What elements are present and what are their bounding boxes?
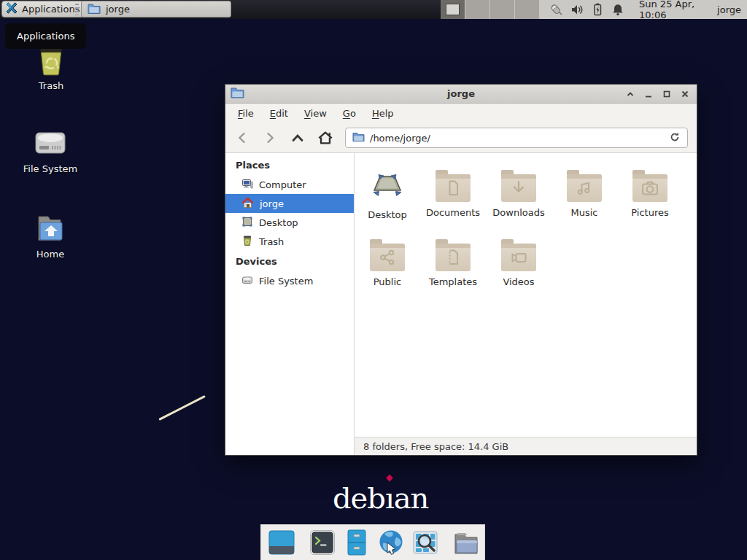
sidebar-item-label: File System bbox=[259, 276, 313, 287]
applications-tooltip: Applications bbox=[5, 23, 86, 49]
terminal-icon[interactable] bbox=[309, 528, 336, 557]
menu-file[interactable]: File bbox=[238, 108, 254, 119]
maximize-button[interactable] bbox=[660, 88, 673, 101]
file-item-label: Desktop bbox=[368, 209, 407, 220]
shade-button[interactable] bbox=[624, 88, 637, 101]
workspace-1[interactable] bbox=[441, 0, 465, 19]
taskbar-window-button[interactable]: jorge bbox=[81, 1, 231, 18]
folder-icon bbox=[436, 244, 471, 271]
workspace-3[interactable] bbox=[490, 0, 515, 19]
menu-go[interactable]: Go bbox=[343, 108, 356, 119]
xfce-applications-icon bbox=[5, 1, 18, 17]
sidebar-item-label: Trash bbox=[259, 236, 284, 247]
sidebar-item-file-system[interactable]: File System bbox=[225, 271, 354, 290]
file-item-label: Pictures bbox=[631, 207, 668, 218]
path-text[interactable]: /home/jorge/ bbox=[370, 133, 664, 144]
file-item-templates[interactable]: Templates bbox=[420, 230, 486, 299]
window-titlebar[interactable]: jorge bbox=[225, 85, 697, 104]
top-panel: Applications jorge bbox=[0, 0, 747, 19]
file-item-desktop[interactable]: Desktop bbox=[355, 160, 420, 230]
desktop-icon-file-system[interactable]: File System bbox=[15, 127, 85, 174]
menu-view[interactable]: View bbox=[304, 108, 327, 119]
mouse-icon[interactable] bbox=[549, 2, 563, 17]
sidebar-item-trash[interactable]: Trash bbox=[225, 232, 354, 251]
show-desktop-icon[interactable] bbox=[268, 528, 295, 557]
drive-icon bbox=[241, 274, 253, 288]
desktop-icon-label: Home bbox=[36, 249, 64, 260]
document-glyph-icon bbox=[443, 178, 463, 198]
volume-icon[interactable] bbox=[570, 2, 584, 17]
video-camera-glyph-icon bbox=[508, 247, 529, 268]
desktop-icon-trash[interactable]: Trash bbox=[16, 42, 86, 91]
up-button[interactable] bbox=[290, 130, 306, 146]
desktop-icon-label: Trash bbox=[39, 80, 63, 91]
applications-menu-button[interactable]: Applications bbox=[1, 1, 87, 18]
places-header: Places bbox=[225, 155, 354, 175]
folder-icon bbox=[501, 174, 536, 202]
taskbar-window-label: jorge bbox=[106, 4, 130, 15]
file-cabinet-icon[interactable] bbox=[343, 528, 371, 557]
file-item-label: Public bbox=[374, 276, 401, 287]
trash-icon bbox=[241, 235, 253, 249]
tooltip-text: Applications bbox=[17, 31, 74, 42]
file-view: Desktop Documents bbox=[355, 153, 697, 455]
file-item-public[interactable]: Public bbox=[355, 230, 420, 299]
clock[interactable]: Sun 25 Apr, 10:06 bbox=[639, 0, 699, 20]
music-notes-glyph-icon bbox=[574, 178, 595, 198]
folder-icon bbox=[88, 3, 101, 16]
file-manager-window: jorge File Edit View Go Help bbox=[225, 84, 697, 456]
debian-red-diamond bbox=[386, 475, 393, 482]
desktop-icon-label: File System bbox=[23, 163, 77, 174]
hard-drive-icon bbox=[33, 127, 68, 161]
toolbar: /home/jorge/ bbox=[225, 123, 697, 153]
forward-button[interactable] bbox=[262, 130, 278, 146]
desktop-icon-home[interactable]: Home bbox=[15, 212, 85, 260]
back-button[interactable] bbox=[234, 130, 250, 146]
home-folder-icon bbox=[33, 212, 68, 246]
workspace-4[interactable] bbox=[515, 0, 540, 19]
file-item-pictures[interactable]: Pictures bbox=[617, 160, 683, 230]
workspace-2[interactable] bbox=[465, 0, 490, 19]
workspace-switcher[interactable] bbox=[441, 0, 540, 19]
status-text: 8 folders, Free space: 14.4 GiB bbox=[363, 441, 508, 452]
menu-edit[interactable]: Edit bbox=[270, 108, 288, 119]
minimize-button[interactable] bbox=[642, 88, 655, 101]
down-arrow-glyph-icon bbox=[508, 178, 529, 198]
sidebar-item-jorge[interactable]: jorge bbox=[225, 194, 354, 213]
camera-glyph-icon bbox=[640, 178, 660, 198]
file-item-label: Documents bbox=[426, 207, 480, 218]
bottom-dock bbox=[260, 524, 485, 560]
computer-icon bbox=[241, 178, 253, 192]
status-bar: 8 folders, Free space: 14.4 GiB bbox=[355, 437, 697, 455]
file-item-documents[interactable]: Documents bbox=[420, 160, 486, 230]
home-button[interactable] bbox=[317, 130, 333, 146]
panel-handle[interactable] bbox=[75, 4, 79, 15]
workspace-window-preview bbox=[446, 4, 460, 15]
battery-charging-icon[interactable] bbox=[591, 2, 604, 17]
notifications-bell-icon[interactable] bbox=[611, 2, 625, 17]
file-item-label: Templates bbox=[429, 276, 477, 287]
share-glyph-icon bbox=[377, 247, 398, 268]
file-item-label: Downloads bbox=[492, 207, 544, 218]
menubar: File Edit View Go Help bbox=[225, 104, 697, 123]
folder-icon[interactable] bbox=[452, 528, 480, 557]
username-label[interactable]: jorge bbox=[717, 4, 741, 15]
reload-icon[interactable] bbox=[669, 131, 681, 145]
file-item-music[interactable]: Music bbox=[551, 160, 617, 230]
file-item-downloads[interactable]: Downloads bbox=[486, 160, 551, 230]
menu-help[interactable]: Help bbox=[372, 108, 394, 119]
folder-icon bbox=[567, 174, 602, 202]
sidebar-item-desktop[interactable]: Desktop bbox=[225, 213, 354, 232]
debian-wordmark: debıan bbox=[333, 481, 428, 515]
close-button[interactable] bbox=[678, 88, 692, 101]
file-item-videos[interactable]: Videos bbox=[486, 230, 551, 299]
folder-icon bbox=[501, 244, 536, 271]
web-browser-icon[interactable] bbox=[377, 528, 405, 557]
sidebar-item-computer[interactable]: Computer bbox=[225, 175, 354, 194]
devices-header: Devices bbox=[225, 251, 354, 271]
path-bar[interactable]: /home/jorge/ bbox=[345, 128, 688, 148]
app-finder-icon[interactable] bbox=[411, 528, 439, 557]
desktop-icon bbox=[241, 216, 253, 230]
file-item-label: Music bbox=[571, 207, 598, 218]
sidebar-item-label: Desktop bbox=[259, 217, 298, 228]
